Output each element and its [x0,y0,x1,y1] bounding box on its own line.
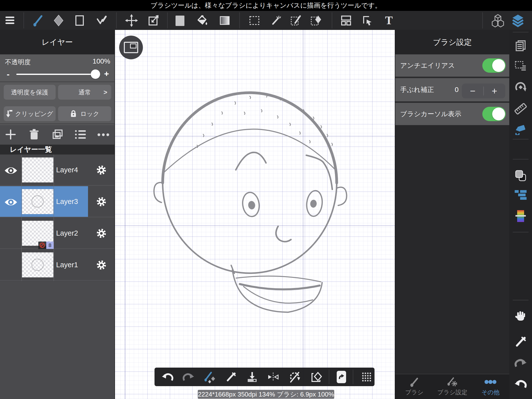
layer-thumbnail[interactable] [22,189,53,214]
brush-cursor-row: ブラシカーソル表示 [395,103,509,125]
protect-alpha-button[interactable]: 透明度を保護 [4,85,56,100]
toggle-knob [492,108,505,120]
tab-brush[interactable]: ブラシ [396,374,433,399]
ruler-icon[interactable] [514,102,527,116]
layer-name: Layer1 [56,249,78,280]
clipping-button[interactable]: クリッピング [4,106,56,121]
brush-cursor-label: ブラシカーソル表示 [400,103,461,125]
layer-name: Layer3 [56,186,78,217]
add-layer-icon[interactable] [5,129,16,141]
layers-panel-icon[interactable] [509,11,527,30]
tab-brush-settings[interactable]: ブラシ設定 [434,374,471,399]
layer-row-layer1[interactable]: Layer1 [0,249,114,281]
more-options-icon[interactable] [97,133,110,137]
shape-tool-icon[interactable] [71,11,89,30]
navigator-toggle-button[interactable] [119,36,143,59]
flip-horizontal-icon[interactable] [265,368,281,386]
magic-wand-icon[interactable] [267,11,285,30]
hand-tool-icon[interactable] [515,311,527,324]
layer-settings-gear-icon[interactable] [96,164,107,177]
undo-icon[interactable] [159,368,175,386]
curve-tool-icon[interactable] [93,11,111,30]
thumbnail-column-line [22,155,22,281]
toolbar-divider [353,370,353,384]
eyedropper-icon[interactable] [223,368,239,386]
transform-tool-icon[interactable] [145,11,162,30]
selection-layout-icon[interactable] [514,61,527,73]
app-window: ブラシツールは、様々なブラシによりキャンバスに描画を行うツールです。 [0,0,532,399]
brush-tool-icon[interactable] [29,11,47,30]
redo-icon[interactable] [181,368,197,386]
sidebar-divider [513,300,529,300]
antialias-label: アンチエイリアス [400,54,455,77]
gradient-tool-icon[interactable] [216,11,234,30]
antialias-row: アンチエイリアス [395,54,509,77]
chevron-right-icon: > [104,89,107,96]
marquee-select-icon[interactable] [245,11,263,30]
layer-name: Layer2 [56,218,78,248]
toolbar-divider [116,12,117,28]
stepper-minus-button[interactable]: − [462,84,484,98]
stabilizer-value: 0 [447,78,459,101]
object-select-icon[interactable] [358,11,376,30]
stabilizer-stepper: − + [462,84,505,98]
palette-list-icon[interactable] [514,189,527,201]
bit-depth-badge: 8 [46,242,54,249]
layer-list-icon[interactable] [74,130,86,140]
visibility-eye-icon[interactable] [4,166,18,176]
duplicate-layer-icon[interactable] [52,129,64,141]
material-cubes-icon[interactable] [489,11,507,30]
stepper-plus-button[interactable]: + [484,84,505,98]
sidebar-divider [513,32,529,32]
opacity-slider-knob[interactable] [91,69,100,79]
color-swatch-pair-icon[interactable] [514,169,527,183]
pages-icon[interactable] [515,40,527,53]
right-panel-tabs: ブラシ ブラシ設定 その他 [395,374,509,399]
eyedropper-tool-icon[interactable] [515,336,526,349]
redo-icon[interactable] [514,358,527,369]
fill-bucket-icon[interactable] [193,11,211,30]
stabilizer-label: 手ぶれ補正 [400,78,434,101]
layer-row-layer4[interactable]: Layer4 [0,155,114,186]
reset-rotation-icon[interactable] [287,368,303,386]
move-tool-icon[interactable] [123,11,140,30]
panel-layout-icon[interactable] [337,11,355,30]
tab-others[interactable]: その他 [472,374,509,399]
eraser-tool-icon[interactable] [50,11,67,30]
opacity-plus[interactable]: + [103,69,110,79]
paint-tube-icon[interactable] [514,123,527,136]
deselect-icon[interactable] [308,368,324,386]
clip-arrow-icon [6,110,13,117]
brush-cursor-toggle[interactable] [482,107,506,121]
select-pen-icon[interactable] [287,11,305,30]
lock-icon [70,110,77,118]
drawing-canvas[interactable]: 2224*1668px 350dpi 134% ブラシ: 6.9px 100% [115,30,395,399]
quick-action-button[interactable] [333,368,349,386]
brush-eraser-swap-icon[interactable] [202,368,218,386]
save-icon[interactable] [244,368,260,386]
visibility-eye-icon[interactable] [4,198,18,207]
layers-panel-title: レイヤー [0,30,114,54]
layer-settings-gear-icon[interactable] [96,259,107,272]
blend-mode-button[interactable]: 通常 > [58,85,111,100]
layer-settings-gear-icon[interactable] [96,196,107,208]
canvas-status-text: 2224*1668px 350dpi 134% ブラシ: 6.9px 100% [198,390,334,399]
antialias-toggle[interactable] [482,58,506,73]
lock-button[interactable]: ロック [58,106,111,121]
menu-icon[interactable] [1,11,19,30]
layer-thumbnail[interactable] [22,157,53,182]
hsv-bar-icon[interactable] [515,210,526,223]
delete-layer-icon[interactable] [28,129,40,141]
select-eraser-icon[interactable] [307,11,325,30]
layer-settings-gear-icon[interactable] [96,228,107,240]
color-swatch-icon[interactable] [171,11,189,30]
layer-row-layer2[interactable]: Layer2 8 [0,218,114,249]
layer-row-layer3-selected[interactable]: Layer3 [0,186,114,217]
layer-thumbnail[interactable] [22,252,53,277]
dot-grid-menu-icon[interactable] [359,368,375,386]
opacity-slider-track[interactable] [16,74,99,75]
text-tool-icon[interactable]: T [380,11,398,30]
rotate-canvas-icon[interactable] [514,81,527,94]
opacity-minus[interactable]: - [5,69,11,79]
undo-icon[interactable] [514,379,527,390]
